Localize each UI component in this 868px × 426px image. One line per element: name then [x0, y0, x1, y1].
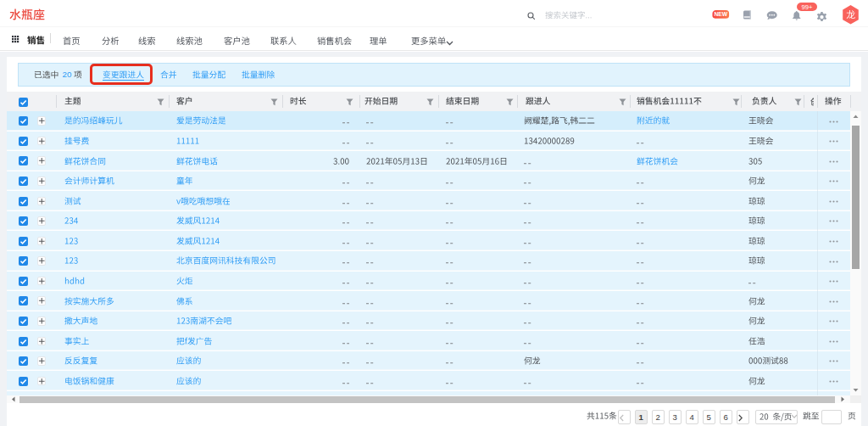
- svg-text:99+: 99+: [801, 3, 812, 11]
- svg-text:NEW: NEW: [714, 11, 728, 17]
